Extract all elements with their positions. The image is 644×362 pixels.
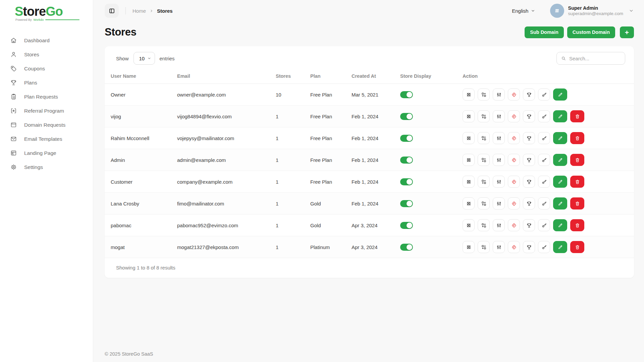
sidebar-item-domain-requests[interactable]: Domain Requests xyxy=(0,118,93,132)
plan-settings-button[interactable] xyxy=(493,176,505,188)
sidebar-item-referral-program[interactable]: Referral Program xyxy=(0,104,93,118)
edit-button[interactable] xyxy=(553,241,567,253)
logo-part-go: Go xyxy=(46,4,63,18)
reset-password-button[interactable] xyxy=(538,176,550,188)
key-icon xyxy=(541,157,547,163)
chevron-down-icon[interactable] xyxy=(629,8,634,13)
sidebar-item-coupons[interactable]: Coupons xyxy=(0,62,93,76)
edit-button[interactable] xyxy=(553,197,567,209)
store-disable-button[interactable] xyxy=(463,110,475,122)
store-disable-button[interactable] xyxy=(463,197,475,209)
swap-plan-button[interactable] xyxy=(478,219,490,231)
store-disable-button[interactable] xyxy=(463,132,475,144)
custom-domain-button[interactable]: Custom Domain xyxy=(567,26,615,38)
store-display-toggle[interactable] xyxy=(400,91,413,98)
plan-settings-button[interactable] xyxy=(493,154,505,166)
login-redirect-button[interactable] xyxy=(508,110,520,122)
edit-button[interactable] xyxy=(553,154,567,166)
upgrade-plan-button[interactable] xyxy=(523,154,535,166)
delete-button[interactable] xyxy=(570,197,584,209)
sidebar-item-plan-requests[interactable]: Plan Requests xyxy=(0,90,93,104)
login-redirect-button[interactable] xyxy=(508,219,520,231)
delete-button[interactable] xyxy=(570,176,584,188)
delete-button[interactable] xyxy=(570,110,584,122)
cell-actions xyxy=(463,84,634,106)
store-disable-button[interactable] xyxy=(463,219,475,231)
store-display-toggle[interactable] xyxy=(400,244,413,251)
sidebar-item-settings[interactable]: Settings xyxy=(0,160,93,174)
delete-button[interactable] xyxy=(570,241,584,253)
upgrade-plan-button[interactable] xyxy=(523,197,535,209)
store-disable-button[interactable] xyxy=(463,241,475,253)
delete-button[interactable] xyxy=(570,132,584,144)
store-display-toggle[interactable] xyxy=(400,178,413,185)
plan-settings-button[interactable] xyxy=(493,110,505,122)
sliders-icon xyxy=(496,244,502,250)
avatar[interactable] xyxy=(550,4,564,18)
edit-button[interactable] xyxy=(553,219,567,231)
entries-label: entries xyxy=(160,56,175,61)
swap-plan-button[interactable] xyxy=(478,176,490,188)
sidebar-item-stores[interactable]: Stores xyxy=(0,48,93,62)
edit-button[interactable] xyxy=(553,110,567,122)
search-input[interactable] xyxy=(569,56,621,61)
swap-plan-button[interactable] xyxy=(478,88,490,101)
store-disable-button[interactable] xyxy=(463,88,475,101)
upgrade-plan-button[interactable] xyxy=(523,110,535,122)
login-redirect-button[interactable] xyxy=(508,176,520,188)
swap-plan-button[interactable] xyxy=(478,241,490,253)
edit-button[interactable] xyxy=(553,176,567,188)
swap-plan-button[interactable] xyxy=(478,132,490,144)
edit-button[interactable] xyxy=(553,88,567,101)
plan-settings-button[interactable] xyxy=(493,241,505,253)
upgrade-plan-button[interactable] xyxy=(523,132,535,144)
store-display-toggle[interactable] xyxy=(400,113,413,120)
swap-plan-button[interactable] xyxy=(478,110,490,122)
store-display-toggle[interactable] xyxy=(400,200,413,207)
sidebar-item-email-templates[interactable]: Email Templates xyxy=(0,132,93,146)
delete-button[interactable] xyxy=(570,219,584,231)
login-redirect-button[interactable] xyxy=(508,241,520,253)
login-redirect-button[interactable] xyxy=(508,197,520,209)
sidebar-item-plans[interactable]: Plans xyxy=(0,76,93,90)
sidebar-item-landing-page[interactable]: Landing Page xyxy=(0,146,93,160)
reset-password-button[interactable] xyxy=(538,219,550,231)
reset-password-button[interactable] xyxy=(538,197,550,209)
reset-password-button[interactable] xyxy=(538,241,550,253)
login-redirect-button[interactable] xyxy=(508,88,520,101)
store-disable-button[interactable] xyxy=(463,154,475,166)
page-size-select[interactable]: 10 xyxy=(133,52,155,65)
reset-password-button[interactable] xyxy=(538,110,550,122)
store-disable-button[interactable] xyxy=(463,176,475,188)
sub-domain-button[interactable]: Sub Domain xyxy=(525,26,564,38)
plan-settings-button[interactable] xyxy=(493,132,505,144)
store-display-toggle[interactable] xyxy=(400,157,413,164)
upgrade-plan-button[interactable] xyxy=(523,176,535,188)
stores-table-body: Owner owner@example.com 10 Free Plan Mar… xyxy=(105,84,634,258)
login-redirect-button[interactable] xyxy=(508,154,520,166)
store-display-toggle[interactable] xyxy=(400,222,413,229)
sidebar-item-dashboard[interactable]: Dashboard xyxy=(0,34,93,48)
store-display-toggle[interactable] xyxy=(400,135,413,142)
upgrade-plan-button[interactable] xyxy=(523,219,535,231)
reset-password-button[interactable] xyxy=(538,154,550,166)
reset-password-button[interactable] xyxy=(538,88,550,101)
plan-settings-button[interactable] xyxy=(493,219,505,231)
add-store-button[interactable]: + xyxy=(620,26,634,38)
plan-settings-button[interactable] xyxy=(493,88,505,101)
cell-user-name: Owner xyxy=(105,84,177,106)
upgrade-plan-button[interactable] xyxy=(523,241,535,253)
login-redirect-button[interactable] xyxy=(508,132,520,144)
swap-plan-button[interactable] xyxy=(478,154,490,166)
delete-button[interactable] xyxy=(570,154,584,166)
trophy-icon xyxy=(526,135,532,141)
breadcrumb-home-link[interactable]: Home xyxy=(132,8,146,14)
swap-plan-button[interactable] xyxy=(478,197,490,209)
reset-password-button[interactable] xyxy=(538,132,550,144)
sidebar-toggle-button[interactable] xyxy=(105,4,119,18)
language-selector[interactable]: English xyxy=(512,8,535,14)
upgrade-plan-button[interactable] xyxy=(523,88,535,101)
brand-logo[interactable]: StoreGo Powered By Workdo xyxy=(0,0,93,24)
edit-button[interactable] xyxy=(553,132,567,144)
plan-settings-button[interactable] xyxy=(493,197,505,209)
